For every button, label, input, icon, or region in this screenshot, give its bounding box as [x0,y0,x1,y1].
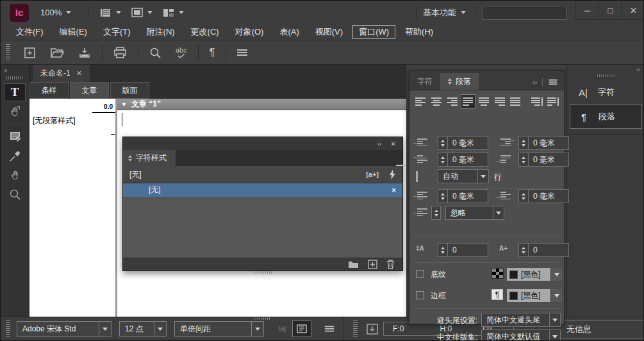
space-after-value[interactable]: 0 毫米 [528,189,569,203]
statusbar-grip[interactable] [353,320,358,337]
panel-collapse-icon[interactable]: ‹‹ [377,140,382,147]
style-list-item[interactable]: [无] × [123,183,402,197]
new-document-button[interactable] [24,47,36,59]
justify-last-right-button[interactable] [492,94,507,109]
stepper-icon[interactable] [438,189,447,203]
menu-object[interactable]: 对象(O) [229,25,270,39]
find-change-button[interactable] [149,47,161,59]
dock-item-character[interactable]: A| 字符 [570,82,642,103]
position-tool[interactable] [4,103,26,121]
font-size-dropdown[interactable]: 12 点 [119,321,167,337]
new-style-button[interactable] [368,260,377,269]
open-document-button[interactable] [50,47,64,58]
note-tool[interactable] [4,128,26,146]
shading-checkbox[interactable] [416,270,424,278]
eyedropper-tool[interactable] [4,147,26,165]
panel-collapse-icon[interactable]: ›› [533,79,537,86]
character-styles-titlebar[interactable]: ‹‹ ✕ [123,137,402,150]
stepper-icon[interactable] [438,153,447,167]
panel-close-icon[interactable]: ✕ [391,140,396,147]
type-tool[interactable]: T [4,83,26,101]
tab-paragraph[interactable]: 段落 [440,73,479,90]
story-collapse-icon[interactable]: ▼ [121,101,127,108]
view-tab-galley[interactable]: 条样 [29,82,69,99]
drop-cap-chars-field[interactable]: 0 [518,243,569,257]
space-between-stepper[interactable] [431,206,441,220]
panel-resize-grip[interactable] [254,271,272,274]
menu-window[interactable]: 窗口(W) [352,25,395,39]
document-tab[interactable]: 未命名-1 ✕ [33,65,90,82]
menu-help[interactable]: 帮助(H) [399,25,440,39]
dock-item-paragraph[interactable]: ¶ 段落 [570,104,642,129]
galley-appearance-button[interactable] [292,320,311,337]
character-styles-tab[interactable]: 字符样式 [123,150,176,166]
kinsoku-dropdown[interactable]: 简体中文避头尾 [481,313,561,327]
maximize-button[interactable]: □ [599,1,622,20]
stepper-icon[interactable] [518,136,528,150]
print-button[interactable] [113,47,127,59]
delete-style-trash-button[interactable] [386,260,395,269]
menu-table[interactable]: 表(A) [273,25,305,39]
right-indent-value[interactable]: 0 毫米 [528,136,569,150]
menu-changes[interactable]: 更改(C) [185,25,226,39]
menu-edit[interactable]: 编辑(E) [53,25,94,39]
stepper-icon[interactable] [438,136,447,150]
statusbar-grip[interactable] [6,320,10,337]
align-to-grid-dropdown[interactable]: 自动 [438,169,489,183]
search-input[interactable] [482,6,566,20]
view-tab-layout[interactable]: 版面 [110,82,149,99]
line-numbers-icon[interactable]: ½| [278,325,286,333]
font-family-dropdown[interactable]: Adobe 宋体 Std [17,321,111,337]
align-left-button[interactable] [413,94,428,109]
style-group-folder-button[interactable] [348,260,359,269]
menu-type[interactable]: 文字(T) [97,25,137,39]
align-toward-spine-button[interactable] [530,94,545,109]
spell-check-button[interactable]: abc [176,47,187,58]
zoom-tool[interactable] [4,185,26,203]
left-indent-value[interactable]: 0 毫米 [447,136,488,150]
panel-cycle-icon[interactable] [128,155,132,162]
tools-expand-button[interactable]: ›› [1,65,29,74]
mojikumi-dropdown[interactable]: 简体中文默认值 [481,329,561,341]
leading-dropdown[interactable]: 单倍间距 [174,321,264,337]
drop-cap-lines-value[interactable]: 0 [447,243,488,257]
save-button[interactable] [78,47,91,58]
dock-collapse-button[interactable]: ‹‹ [567,65,644,73]
show-hidden-characters-button[interactable]: ¶ [210,47,215,58]
view-options-dropdown[interactable] [100,8,121,18]
minimize-button[interactable]: ─ [575,1,599,20]
space-after-field[interactable]: 0 毫米 [518,189,569,203]
lightning-icon[interactable] [389,170,396,179]
align-away-spine-button[interactable] [545,94,560,109]
story-header[interactable]: ▼ 文章 “1” [117,99,406,110]
last-line-indent-value[interactable]: 0 毫米 [528,153,569,167]
toolbar-menu-button[interactable] [237,49,247,56]
last-line-indent-field[interactable]: 0 毫米 [518,153,569,167]
stepper-icon[interactable] [518,153,528,167]
view-tab-story[interactable]: 文章 [70,82,109,99]
dock-grip[interactable] [597,74,615,77]
border-checkbox[interactable] [416,291,424,299]
first-line-indent-field[interactable]: 0 毫米 [438,153,488,167]
stepper-icon[interactable] [518,189,528,203]
align-center-button[interactable] [429,94,444,109]
tab-close-icon[interactable]: ✕ [76,69,82,78]
tools-grip[interactable] [6,76,23,79]
arrange-documents-dropdown[interactable] [163,8,184,17]
stepper-icon[interactable] [438,243,447,257]
menu-view[interactable]: 视图(V) [309,25,349,39]
new-style-from-text-icon[interactable]: [a+] [366,170,379,178]
zoom-level-dropdown[interactable]: 100% [40,8,71,17]
justify-last-center-button[interactable] [477,94,491,109]
justify-last-left-button[interactable] [461,94,475,109]
hand-tool[interactable] [4,166,26,184]
drop-cap-lines-field[interactable]: 0 [438,243,488,257]
workspace-switcher[interactable]: 基本功能 [423,7,466,19]
border-color-dropdown[interactable]: [黑色] [507,289,562,302]
drop-cap-chars-value[interactable]: 0 [528,243,569,257]
space-before-field[interactable]: 0 毫米 [438,189,488,203]
toolbar-grip[interactable] [6,44,10,61]
panel-cycle-icon[interactable] [448,78,452,85]
stepper-icon[interactable] [518,243,528,257]
story-resize-grip[interactable] [254,317,270,320]
